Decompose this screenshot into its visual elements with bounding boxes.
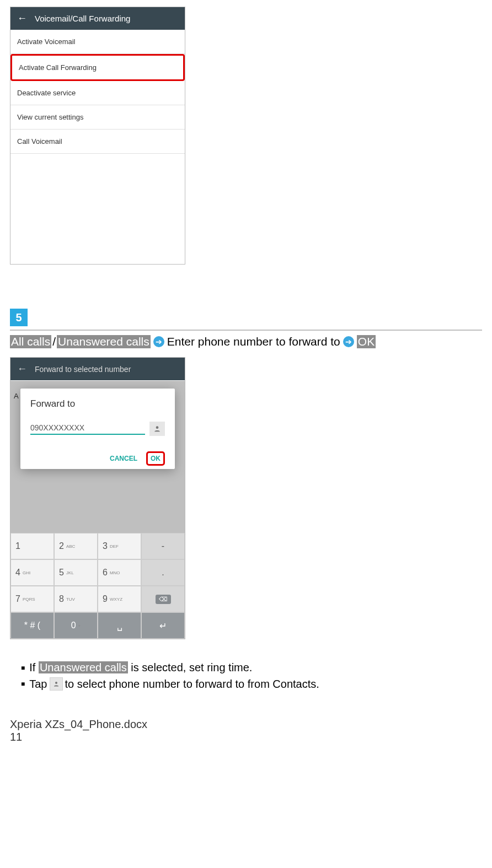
option-ok: OK <box>357 335 376 348</box>
footer: Xperia XZs_04_Phone.docx 11 <box>10 718 482 743</box>
ok-button[interactable]: OK <box>146 451 165 466</box>
svg-point-0 <box>156 426 159 429</box>
keypad-key[interactable]: 9WXYZ <box>98 586 141 612</box>
keypad-key[interactable]: 4GHI <box>10 559 54 586</box>
keypad-key[interactable]: . <box>141 559 185 586</box>
keypad-key[interactable]: - <box>141 533 185 559</box>
step-number-badge: 5 <box>10 309 28 326</box>
instruction-line: All calls / Unanswered calls ➔ Enter pho… <box>10 335 482 348</box>
forward-to-dialog: Forward to 090XXXXXXXX CANCEL OK <box>20 389 175 469</box>
note-2: ■ Tap to select phone number to forward … <box>10 677 482 691</box>
contact-icon <box>50 677 63 691</box>
settings-item[interactable]: Call Voicemail <box>10 130 185 154</box>
screenshot1-header: ← Voicemail/Call Forwarding <box>10 7 185 30</box>
instruction-middle: Enter phone number to forward to <box>167 335 340 348</box>
note2-prefix: Tap <box>29 678 47 691</box>
footer-filename: Xperia XZs_04_Phone.docx <box>10 718 482 731</box>
blank-space <box>10 154 185 264</box>
back-arrow-icon: ← <box>17 363 27 375</box>
screenshot2-header: ← Forward to selected number <box>10 358 185 380</box>
keypad-key[interactable]: 1 <box>10 533 54 559</box>
settings-screenshot: ← Voicemail/Call Forwarding Activate Voi… <box>10 7 185 265</box>
keypad-key[interactable]: ↵ <box>141 612 185 639</box>
footer-page: 11 <box>10 731 482 743</box>
note1-prefix: If <box>29 661 39 673</box>
step-divider <box>10 330 482 331</box>
screenshot1-title: Voicemail/Call Forwarding <box>35 14 130 23</box>
note1-suffix: is selected, set ring time. <box>128 661 253 673</box>
keypad-key[interactable]: 7PQRS <box>10 586 54 612</box>
keypad: 12ABC3DEF-4GHI5JKL6MNO.7PQRS8TUV9WXYZ⌫* … <box>10 533 185 639</box>
bullet-icon: ■ <box>21 665 25 671</box>
keypad-key[interactable]: 6MNO <box>98 559 141 586</box>
note1-highlight: Unanswered calls <box>39 661 128 673</box>
keypad-key[interactable]: * # ( <box>10 612 54 639</box>
keypad-key[interactable]: 2ABC <box>54 533 98 559</box>
back-arrow-icon: ← <box>17 13 27 24</box>
arrow-right-icon: ➔ <box>343 336 354 347</box>
settings-item[interactable]: View current settings <box>10 105 185 130</box>
settings-item[interactable]: Activate Call Forwarding <box>10 54 185 81</box>
phone-number-input[interactable]: 090XXXXXXXX <box>30 423 145 435</box>
arrow-right-icon: ➔ <box>153 336 164 347</box>
cancel-button[interactable]: CANCEL <box>106 451 141 466</box>
settings-item[interactable]: Deactivate service <box>10 81 185 105</box>
bullet-icon: ■ <box>21 681 25 687</box>
settings-item[interactable]: Activate Voicemail <box>10 30 185 54</box>
keypad-key[interactable]: 5JKL <box>54 559 98 586</box>
option-all-calls: All calls <box>10 335 51 348</box>
note2-suffix: to select phone number to forward to fro… <box>65 678 319 691</box>
slash: / <box>52 335 56 348</box>
notes: ■ If Unanswered calls is selected, set r… <box>10 661 482 691</box>
forward-dialog-screenshot: ← Forward to selected number A Forward t… <box>10 357 185 639</box>
keypad-key[interactable]: 3DEF <box>98 533 141 559</box>
screenshot2-title: Forward to selected number <box>35 365 131 374</box>
keypad-key[interactable]: 8TUV <box>54 586 98 612</box>
keypad-key[interactable]: 0+ <box>54 612 98 639</box>
option-unanswered-calls: Unanswered calls <box>57 335 151 348</box>
keypad-key[interactable]: ⌫ <box>141 586 185 612</box>
dialog-title: Forward to <box>30 398 165 409</box>
keypad-key[interactable]: ␣ <box>98 612 141 639</box>
contact-picker-icon[interactable] <box>149 422 165 436</box>
svg-point-1 <box>55 682 57 684</box>
note-1: ■ If Unanswered calls is selected, set r… <box>10 661 482 674</box>
